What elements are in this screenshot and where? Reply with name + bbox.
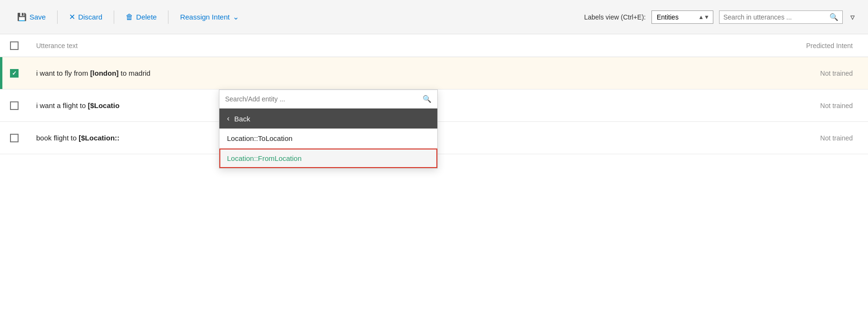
divider-1: [57, 10, 58, 24]
row-check-1: [0, 69, 29, 78]
row-text-before-2: i want a flight to: [36, 101, 88, 109]
entity-dropdown: 🔍 ‹ Back Location::ToLocation Location::…: [219, 89, 438, 169]
row-check-3: [0, 134, 29, 142]
reassign-label: Reassign Intent: [180, 13, 229, 21]
header-predicted: Predicted Intent: [763, 42, 868, 50]
save-button[interactable]: 💾 Save: [11, 10, 51, 24]
dropdown-item-1[interactable]: Location::ToLocation: [219, 129, 437, 149]
row-text-bracket-2: [$Locatio: [88, 101, 119, 109]
row-text-before-3: book flight to: [36, 134, 79, 142]
dropdown-search-input[interactable]: [225, 95, 419, 103]
header-utterance: Utterance text: [29, 42, 763, 50]
row-text-after-1: to madrid: [118, 69, 150, 77]
dropdown-item-2[interactable]: Location::FromLocation: [219, 149, 437, 168]
row-text-1: i want to fly from [london] to madrid: [29, 69, 763, 77]
row-predicted-2: Not trained: [763, 102, 868, 109]
discard-icon: ✕: [69, 12, 75, 21]
toolbar-right: Labels view (Ctrl+E): Entities Tokens No…: [584, 10, 857, 24]
row-text-bracket-1: [london]: [90, 69, 118, 77]
save-icon: 💾: [17, 12, 27, 21]
toolbar-left: 💾 Save ✕ Discard 🗑 Delete Reassign Inten…: [11, 10, 245, 24]
header-checkbox[interactable]: [10, 41, 19, 50]
dropdown-item-label-2: Location::FromLocation: [227, 154, 302, 162]
row-accent: [0, 57, 2, 89]
dropdown-back-item[interactable]: ‹ Back: [219, 109, 437, 129]
delete-label: Delete: [136, 13, 157, 21]
search-bar: 🔍: [719, 10, 843, 24]
table-rows: i want to fly from [london] to madrid No…: [0, 57, 868, 154]
dropdown-search-bar: 🔍: [219, 90, 437, 109]
reassign-intent-button[interactable]: Reassign Intent ⌄: [174, 10, 244, 24]
header-check-col: [0, 41, 29, 50]
filter-button[interactable]: ▿: [848, 10, 857, 24]
discard-label: Discard: [78, 13, 102, 21]
search-input[interactable]: [723, 13, 827, 21]
row-text-before-1: i want to fly from: [36, 69, 90, 77]
row-predicted-3: Not trained: [763, 134, 868, 142]
dropdown-back-label: Back: [234, 115, 250, 123]
table-header: Utterance text Predicted Intent: [0, 34, 868, 57]
dropdown-search-icon: 🔍: [423, 95, 432, 103]
labels-view-select-wrapper: Entities Tokens None ▲▼: [651, 10, 713, 24]
dropdown-item-label-1: Location::ToLocation: [227, 134, 293, 142]
row-checkbox-3[interactable]: [10, 134, 19, 142]
toolbar: 💾 Save ✕ Discard 🗑 Delete Reassign Inten…: [0, 0, 868, 34]
delete-icon: 🗑: [126, 13, 133, 21]
row-text-bracket-3: [$Location::: [79, 134, 119, 142]
divider-3: [168, 10, 168, 24]
labels-view-label: Labels view (Ctrl+E):: [584, 13, 646, 21]
row-checkbox-1[interactable]: [10, 69, 19, 78]
table-row[interactable]: i want to fly from [london] to madrid No…: [0, 57, 868, 89]
discard-button[interactable]: ✕ Discard: [63, 10, 108, 24]
delete-button[interactable]: 🗑 Delete: [120, 10, 162, 24]
filter-icon: ▿: [850, 12, 855, 22]
divider-2: [114, 10, 114, 24]
save-label: Save: [30, 13, 46, 21]
search-icon: 🔍: [829, 13, 838, 21]
row-check-2: [0, 101, 29, 110]
chevron-down-icon: ⌄: [233, 12, 239, 21]
labels-view-select[interactable]: Entities Tokens None: [651, 10, 713, 24]
row-predicted-1: Not trained: [763, 70, 868, 77]
row-checkbox-2[interactable]: [10, 101, 19, 110]
back-arrow-icon: ‹: [227, 114, 229, 123]
